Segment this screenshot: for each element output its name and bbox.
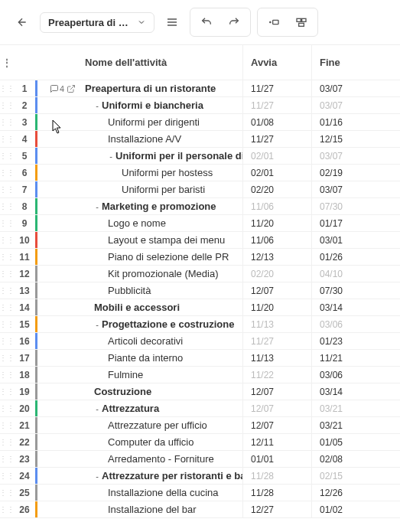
start-date-cell[interactable]: 12/27: [242, 501, 311, 517]
comment-badge[interactable]: 4: [50, 84, 64, 93]
task-name-cell[interactable]: Attrezzature per ufficio: [82, 417, 242, 433]
task-name-cell[interactable]: Piano di selezione delle PR: [82, 249, 242, 265]
drag-handle[interactable]: ⋮⋮: [0, 97, 14, 113]
collapse-caret-icon[interactable]: -: [108, 152, 114, 161]
table-row[interactable]: ⋮⋮19Costruzione12/0703/14: [0, 383, 400, 400]
start-date-cell[interactable]: 12/07: [242, 383, 311, 400]
task-name-cell[interactable]: -Uniformi per il personale di cucina: [82, 148, 242, 164]
task-name-cell[interactable]: Preapertura di un ristorante: [82, 80, 242, 96]
table-row[interactable]: ⋮⋮2-Uniformi e biancheria11/2703/07: [0, 97, 400, 114]
drag-handle[interactable]: ⋮⋮: [0, 148, 14, 164]
end-date-cell[interactable]: 01/26: [311, 249, 380, 265]
task-name-cell[interactable]: Uniformi per dirigenti: [82, 114, 242, 130]
header-end[interactable]: Fine: [311, 45, 380, 80]
end-date-cell[interactable]: 03/07: [311, 80, 380, 96]
drag-handle[interactable]: ⋮⋮: [0, 114, 14, 130]
task-name-cell[interactable]: -Attrezzatura: [82, 400, 242, 416]
drag-handle[interactable]: ⋮⋮: [0, 485, 14, 501]
table-row[interactable]: ⋮⋮20-Attrezzatura12/0703/21: [0, 400, 400, 417]
table-row[interactable]: ⋮⋮25Installazione della cucina11/2812/26: [0, 485, 400, 501]
drag-handle[interactable]: ⋮⋮: [0, 80, 14, 96]
end-date-cell[interactable]: 04/10: [311, 266, 380, 282]
end-date-cell[interactable]: 01/02: [311, 501, 380, 517]
header-name[interactable]: Nome dell'attività: [82, 45, 242, 80]
task-name-cell[interactable]: Uniformi per hostess: [82, 165, 242, 181]
drag-handle[interactable]: ⋮⋮: [0, 299, 14, 315]
start-date-cell[interactable]: 11/22: [242, 367, 311, 383]
collapse-caret-icon[interactable]: -: [94, 320, 100, 329]
drag-handle[interactable]: ⋮⋮: [0, 417, 14, 433]
task-name-cell[interactable]: Mobili e accessori: [82, 299, 242, 315]
drag-handle[interactable]: ⋮⋮: [0, 333, 14, 349]
end-date-cell[interactable]: 11/21: [311, 350, 380, 366]
start-date-cell[interactable]: 11/27: [242, 333, 311, 349]
drag-handle[interactable]: ⋮⋮: [0, 501, 14, 517]
start-date-cell[interactable]: 12/07: [242, 400, 311, 416]
start-date-cell[interactable]: 11/27: [242, 97, 311, 113]
end-date-cell[interactable]: 03/07: [311, 148, 380, 164]
task-name-cell[interactable]: Kit promozionale (Media): [82, 266, 242, 282]
table-row[interactable]: ⋮⋮13Pubblicità12/0707/30: [0, 282, 400, 299]
drag-handle[interactable]: ⋮⋮: [0, 282, 14, 299]
drag-handle[interactable]: ⋮⋮: [0, 232, 14, 248]
table-row[interactable]: ⋮⋮5-Uniformi per il personale di cucina0…: [0, 148, 400, 165]
end-date-cell[interactable]: 03/06: [311, 367, 380, 383]
drag-handle[interactable]: ⋮⋮: [0, 131, 14, 147]
start-date-cell[interactable]: 11/06: [242, 232, 311, 248]
drag-handle[interactable]: ⋮⋮: [0, 451, 14, 467]
start-date-cell[interactable]: 12/07: [242, 282, 311, 299]
drag-handle[interactable]: ⋮⋮: [0, 383, 14, 400]
end-date-cell[interactable]: 03/21: [311, 417, 380, 433]
start-date-cell[interactable]: 11/13: [242, 316, 311, 332]
header-menu-button[interactable]: ⋮: [0, 45, 14, 80]
drag-handle[interactable]: ⋮⋮: [0, 249, 14, 265]
drag-handle[interactable]: ⋮⋮: [0, 367, 14, 383]
task-name-cell[interactable]: Fulmine: [82, 367, 242, 383]
task-name-cell[interactable]: Computer da ufficio: [82, 434, 242, 450]
start-date-cell[interactable]: 11/06: [242, 198, 311, 214]
task-name-cell[interactable]: Piante da interno: [82, 350, 242, 366]
drag-handle[interactable]: ⋮⋮: [0, 198, 14, 214]
start-date-cell[interactable]: 11/13: [242, 350, 311, 366]
layout-button[interactable]: [290, 11, 313, 34]
task-name-cell[interactable]: -Progettazione e costruzione: [82, 316, 242, 332]
insert-button[interactable]: [262, 11, 285, 34]
start-date-cell[interactable]: 11/28: [242, 485, 311, 501]
table-row[interactable]: ⋮⋮24-Attrezzature per ristoranti e bar11…: [0, 468, 400, 485]
end-date-cell[interactable]: 02/15: [311, 468, 380, 484]
external-link-icon[interactable]: [67, 84, 76, 93]
end-date-cell[interactable]: 07/30: [311, 282, 380, 299]
table-row[interactable]: ⋮⋮18Fulmine11/2203/06: [0, 367, 400, 383]
end-date-cell[interactable]: 03/01: [311, 232, 380, 248]
task-name-cell[interactable]: -Attrezzature per ristoranti e bar: [82, 468, 242, 484]
table-row[interactable]: ⋮⋮12Kit promozionale (Media)02/2004/10: [0, 266, 400, 282]
end-date-cell[interactable]: 12/26: [311, 485, 380, 501]
end-date-cell[interactable]: 01/23: [311, 333, 380, 349]
redo-button[interactable]: [223, 11, 246, 34]
undo-button[interactable]: [195, 11, 218, 34]
table-row[interactable]: ⋮⋮9Logo e nome11/2001/17: [0, 215, 400, 232]
drag-handle[interactable]: ⋮⋮: [0, 316, 14, 332]
start-date-cell[interactable]: 01/08: [242, 114, 311, 130]
back-button[interactable]: [11, 11, 34, 34]
task-name-cell[interactable]: Pubblicità: [82, 282, 242, 299]
table-row[interactable]: ⋮⋮4Installazione A/V11/2712/15: [0, 131, 400, 148]
start-date-cell[interactable]: 01/01: [242, 451, 311, 467]
drag-handle[interactable]: ⋮⋮: [0, 266, 14, 282]
end-date-cell[interactable]: 01/05: [311, 434, 380, 450]
table-row[interactable]: ⋮⋮8-Marketing e promozione11/0607/30: [0, 198, 400, 215]
project-title-dropdown[interactable]: Preapertura di u…: [40, 12, 154, 33]
collapse-caret-icon[interactable]: -: [94, 101, 100, 110]
end-date-cell[interactable]: 03/07: [311, 181, 380, 197]
end-date-cell[interactable]: 02/19: [311, 165, 380, 181]
start-date-cell[interactable]: 11/20: [242, 299, 311, 315]
header-start[interactable]: Avvia: [242, 45, 311, 80]
task-name-cell[interactable]: Arredamento - Forniture: [82, 451, 242, 467]
task-name-cell[interactable]: -Uniformi e biancheria: [82, 97, 242, 113]
start-date-cell[interactable]: 12/11: [242, 434, 311, 450]
start-date-cell[interactable]: 12/07: [242, 417, 311, 433]
end-date-cell[interactable]: 01/17: [311, 215, 380, 231]
end-date-cell[interactable]: 03/21: [311, 400, 380, 416]
menu-button[interactable]: [161, 11, 184, 34]
end-date-cell[interactable]: 07/30: [311, 198, 380, 214]
